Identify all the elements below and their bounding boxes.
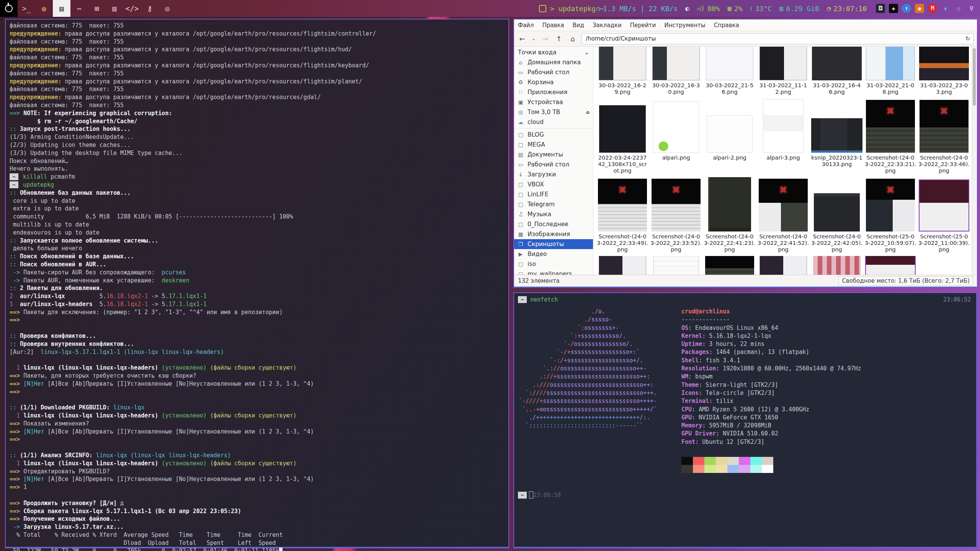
menu-Перейти[interactable]: Перейти: [630, 22, 656, 29]
file-item[interactable]: 31-03-2022_16-46.png: [810, 47, 864, 98]
sidebar-item-video[interactable]: ▶Видео: [514, 249, 593, 259]
file-item[interactable]: Screenshot-(25-03-2022_11:00:39).png: [917, 177, 971, 256]
sidebar-item-blog[interactable]: ▢BLOG: [514, 130, 593, 140]
neofetch-terminal-window[interactable]: ~ neofetch 23:06:52 ./o. ./sssso- `:osss…: [513, 292, 978, 548]
file-item[interactable]: alpari-2.png: [703, 98, 756, 177]
menu-Инструменты[interactable]: Инструменты: [664, 22, 705, 29]
file-thumbnail: [653, 256, 699, 275]
file-item[interactable]: alpari-3.png: [756, 98, 810, 177]
file-item[interactable]: Screenshot-(24-03-2022_22:33:49).png: [596, 177, 649, 256]
sidebar-item-devices[interactable]: ▣Устройства: [514, 97, 593, 107]
memory-icon: ▥: [779, 5, 783, 12]
ascii-art-line: `-/ossssssssssssso/.: [519, 340, 657, 348]
ascii-art-line: `-:/+sssssssssssssssssso+/.: [519, 357, 657, 365]
file-icon-view[interactable]: 30-03-2022_16-29.png30-03-2022_16-30.png…: [593, 47, 972, 275]
keybase-icon[interactable]: ◈: [889, 4, 898, 13]
sidebar-item-vbox[interactable]: ▢VBOX: [514, 179, 593, 189]
sidebar-item-screenshots[interactable]: ❐Скриншоты: [514, 239, 593, 249]
scrollbar-thumb[interactable]: [973, 48, 976, 106]
sidebar-item-desktop[interactable]: ▭Рабочий стол: [514, 67, 593, 77]
file-item[interactable]: Screenshot-(24-03-2022_22:41:23).png: [703, 177, 756, 256]
status-cpu: ▦2%: [727, 5, 742, 13]
reload-button[interactable]: ↻: [962, 33, 974, 44]
sidebar-item-documents[interactable]: ▤Документы: [514, 150, 593, 160]
sidebar-item-home[interactable]: ⌂Домашняя папка: [514, 57, 593, 67]
rss-icon[interactable]: ◉: [915, 4, 924, 13]
file-item[interactable]: 30-03-2022_21-56.png: [703, 47, 756, 98]
drop-icon[interactable]: ⬧: [941, 4, 950, 13]
status-clock: ◔23:07:10: [827, 5, 867, 13]
sidebar-item-cloud[interactable]: ☁cloud: [514, 117, 593, 127]
sidebar-item-telegram[interactable]: ▢Telegram: [514, 199, 593, 209]
back-button[interactable]: ←: [517, 35, 527, 43]
sidebar-item-desktop2[interactable]: ▭Рабочий стол: [514, 160, 593, 170]
file-item[interactable]: [810, 256, 864, 275]
workspace-icon-code[interactable]: </>: [123, 0, 141, 17]
file-item[interactable]: [703, 256, 756, 275]
eject-icon[interactable]: ⏏: [586, 109, 590, 115]
file-item[interactable]: Screenshot-(24-03-2022_22:33:52).png: [649, 177, 703, 256]
file-item[interactable]: [864, 256, 917, 275]
workspace-icon-windows[interactable]: ⊞: [88, 0, 106, 17]
file-item[interactable]: Screenshot-(24-03-2022_22:41:52).png: [756, 177, 810, 256]
shield-icon[interactable]: ◘: [876, 4, 885, 13]
file-item[interactable]: 31-03-2022_23-03.png: [917, 47, 971, 98]
workspace-icon-chat[interactable]: ⋯: [70, 0, 88, 17]
workspace-icon-files[interactable]: ▤: [53, 0, 70, 17]
menu-Правка[interactable]: Правка: [542, 22, 564, 29]
sidebar-item-trash[interactable]: ♻Корзина: [514, 77, 593, 87]
workspace-icon-media[interactable]: ◎: [158, 0, 176, 17]
sidebar-item-linlife[interactable]: ▢LinLIFE: [514, 189, 593, 199]
workspace-icon-browser[interactable]: ◍: [35, 0, 53, 17]
file-item[interactable]: Screenshot-(24-03-2022_22:33:21).png: [864, 98, 917, 177]
file-item[interactable]: 31-03-2022_21-08.png: [864, 47, 917, 98]
terminal-line: [10, 491, 505, 499]
path-input[interactable]: /home/crud/Скриншоты: [581, 33, 962, 44]
places-mode-select[interactable]: Точки входа ⌄: [514, 47, 593, 57]
sidebar-item-downloads[interactable]: ↓Загрузки: [514, 170, 593, 179]
file-item[interactable]: ksnip_20220323-130133.png: [810, 98, 864, 177]
music-icon: ♫: [517, 211, 524, 217]
file-item[interactable]: Screenshot-(24-03-2022_22:33:46).png: [917, 98, 971, 177]
lamp-icon[interactable]: ⚲: [967, 4, 976, 13]
file-item[interactable]: alpari.png: [649, 98, 703, 177]
sidebar-item-music[interactable]: ♫Музыка: [514, 209, 593, 219]
file-item[interactable]: [649, 256, 703, 275]
scrollbar[interactable]: [972, 47, 977, 275]
ascii-art-line: `-/+sssssssssssssssso+:`: [519, 348, 657, 356]
home-button[interactable]: ⌂: [568, 35, 578, 43]
file-item[interactable]: Screenshot-(25-03-2022_10:59:07).png: [864, 177, 917, 256]
sidebar-item-wallpapers[interactable]: ▢my_wallpapers: [514, 269, 593, 275]
back-history-dropdown[interactable]: ⌄: [531, 36, 536, 41]
up-button[interactable]: ↑: [554, 35, 564, 43]
forward-button[interactable]: →: [540, 35, 550, 43]
workspace-icon-terminal[interactable]: >_: [18, 0, 35, 17]
workspace-icon-image[interactable]: ▧: [106, 0, 123, 17]
workspace-switcher: >_◍▤⋯⊞▧</>⚷◎: [0, 0, 176, 17]
file-item[interactable]: [756, 256, 810, 275]
headset-icon[interactable]: ⚇: [954, 4, 963, 13]
sidebar-item-mega[interactable]: ▢MEGA: [514, 140, 593, 150]
file-item[interactable]: 31-03-2022_11-12.png: [756, 47, 810, 98]
sidebar-item-recent[interactable]: ▢0_Последнее: [514, 219, 593, 229]
sidebar-item-volume[interactable]: ◎Том 3,0 ТВ⏏: [514, 107, 593, 117]
workspace-icon-key[interactable]: ⚷: [141, 0, 158, 17]
file-item[interactable]: 2022-03-24-223742_1308x710_scrot.png: [596, 98, 649, 177]
file-item[interactable]: [596, 256, 649, 275]
mega-icon[interactable]: M: [928, 4, 937, 13]
sidebar-item-iso[interactable]: ▢iso: [514, 259, 593, 269]
free-space-label: Свободное место: 1,6 ТиБ (Всего: 2,7 ТиБ…: [838, 276, 973, 285]
sidebar-item-applications[interactable]: ∷Приложения: [514, 87, 593, 97]
file-item[interactable]: Screenshot-(24-03-2022_22:42:05).png: [810, 177, 864, 256]
menu-Вид[interactable]: Вид: [573, 22, 584, 29]
menu-Файл[interactable]: Файл: [518, 22, 534, 29]
video-icon: ▶: [517, 251, 524, 257]
menu-Справка[interactable]: Справка: [714, 22, 739, 29]
file-item[interactable]: 30-03-2022_16-30.png: [649, 47, 703, 98]
workspace-icon-power[interactable]: [0, 0, 18, 17]
sidebar-item-pictures[interactable]: ▦Изображения: [514, 229, 593, 239]
file-item[interactable]: 30-03-2022_16-29.png: [596, 47, 649, 98]
menu-Закладки[interactable]: Закладки: [593, 22, 622, 29]
upload-icon[interactable]: ⬆: [902, 4, 911, 13]
terminal-window[interactable]: файловая система: 775 пакет: 755предупре…: [5, 19, 509, 548]
